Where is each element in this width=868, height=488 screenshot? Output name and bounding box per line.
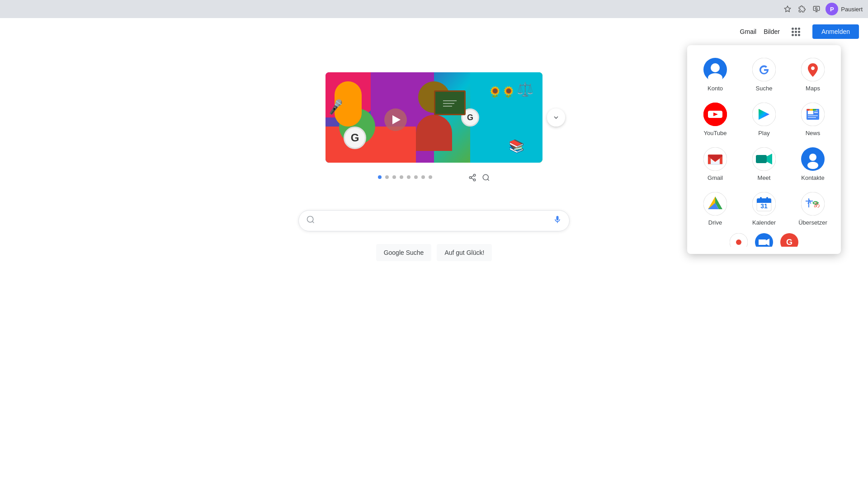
app-item-youtube[interactable]: YouTube [691,97,740,142]
svg-point-45 [809,154,816,161]
youtube-icon [703,103,727,126]
sunflower-icon: 🌻🌻 [488,86,515,99]
google-doodle[interactable]: 🎤 G G [326,72,542,163]
app-label-maps: Maps [806,85,820,92]
translate-icon: A あ [801,192,825,216]
calendar-icon: 31 [752,192,776,216]
mic-doodle: 🎤 [326,98,344,116]
app-label-drive: Drive [708,219,722,226]
app-label-kontakte: Kontakte [801,174,824,181]
svg-text:G: G [786,238,793,247]
app-item-meet[interactable]: Meet [740,142,788,187]
chrome-bar: P Pausiert [0,0,868,18]
svg-rect-38 [816,109,819,111]
svg-point-16 [307,216,313,222]
dot-7[interactable] [421,175,425,179]
svg-rect-57 [760,197,762,200]
dot-5[interactable] [407,175,410,179]
tab-search-icon[interactable] [811,4,822,14]
svg-line-5 [817,9,818,10]
dot-6[interactable] [414,175,418,179]
apps-grid-button[interactable] [787,23,805,41]
svg-rect-36 [810,109,813,111]
lucky-button[interactable]: Auf gut Glück! [437,244,492,261]
app-label-kalender: Kalender [752,219,776,226]
dot-1[interactable] [378,175,382,179]
doodle-chevron[interactable] [547,108,565,127]
gplus-icon: G [780,233,798,247]
app-item-kalender[interactable]: 31 Kalender [740,187,788,231]
app-label-news: News [806,130,821,136]
profile-badge[interactable]: P Pausiert [826,3,863,15]
paused-label: Pausiert [841,6,863,13]
search-icon [306,215,315,226]
gmail-app-icon [703,147,727,171]
app-item-suche[interactable]: Suche [740,52,788,97]
svg-rect-42 [756,155,767,163]
svg-line-17 [312,221,314,223]
search-input[interactable] [320,217,548,225]
app-item-konto[interactable]: Konto [691,52,740,97]
app-label-uebersetzer: Übersetzer [798,219,827,226]
dot-3[interactable] [392,175,396,179]
scales-icon: ⚖️ [517,81,533,97]
apps-grid: Konto Suche [691,52,837,231]
svg-point-19 [711,63,720,72]
svg-point-9 [473,174,476,177]
search-doodle-icon[interactable] [482,174,490,184]
g-letter-1: G [344,127,366,149]
search-buttons: Google Suche Auf gut Glück! [376,244,492,261]
mic-icon[interactable] [553,215,562,226]
app-item-gmail[interactable]: Gmail [691,142,740,187]
svg-rect-33 [808,115,818,116]
bookmark-star-icon[interactable] [782,4,793,14]
google-header: Gmail Bilder Anmelden [0,18,868,45]
google-search-button[interactable]: Google Suche [376,244,432,261]
app-item-drive[interactable]: Drive [691,187,740,231]
svg-line-12 [471,178,473,179]
chalkboard [434,90,466,115]
duo-icon [755,233,773,247]
svg-point-65 [736,239,741,245]
svg-rect-34 [808,117,816,118]
svg-rect-1 [814,6,820,10]
svg-point-14 [483,174,488,180]
app-label-play: Play [758,130,769,136]
app-item-duo[interactable] [751,233,777,247]
svg-line-13 [471,176,473,177]
doodle-image: 🎤 G G [326,72,542,163]
account-icon [703,58,727,81]
meet-icon [752,147,776,171]
bilder-link[interactable]: Bilder [764,28,780,35]
app-label-meet: Meet [758,174,771,181]
books-icon: 📚 [509,139,524,154]
apps-partial-row: G [691,233,837,247]
svg-rect-30 [808,110,813,114]
app-item-play[interactable]: Play [740,97,788,142]
app-item-kontakte[interactable]: Kontakte [788,142,837,187]
app-item-uebersetzer[interactable]: A あ Übersetzer [788,187,837,231]
app-item-photos[interactable] [726,233,751,247]
svg-point-22 [801,58,825,81]
dot-8[interactable] [429,175,432,179]
grid-icon [792,28,800,36]
share-icon[interactable] [468,174,476,184]
svg-rect-35 [807,109,810,111]
gmail-link[interactable]: Gmail [740,28,757,35]
doodle-dots [378,175,432,179]
app-label-youtube: YouTube [703,130,726,136]
signin-button[interactable]: Anmelden [812,24,859,39]
dot-2[interactable] [385,175,389,179]
svg-rect-32 [814,112,818,113]
app-label-gmail: Gmail [708,174,723,181]
app-item-gplus[interactable]: G [777,233,802,247]
dot-4[interactable] [400,175,403,179]
search-container [298,210,570,231]
maps-icon [801,58,825,81]
extensions-icon[interactable] [797,4,807,14]
google-search-app-icon [752,58,776,81]
app-item-maps[interactable]: Maps [788,52,837,97]
app-label-suche: Suche [756,85,773,92]
app-item-news[interactable]: News [788,97,837,142]
news-icon [801,103,825,126]
